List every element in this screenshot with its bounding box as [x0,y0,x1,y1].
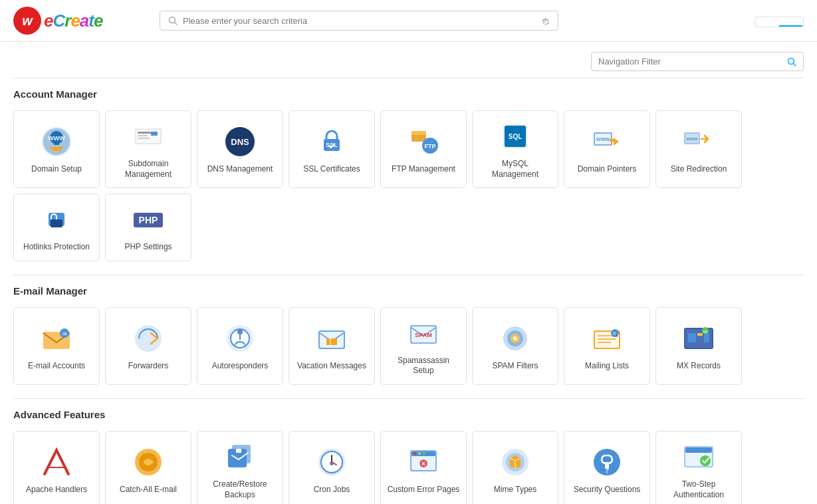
spamassassin-setup-icon: SPAM [406,316,441,350]
site-redirection-icon: WWW [681,124,716,159]
section-email-manager: E-mail Manager ✉ E-mail Accounts Forward… [0,279,817,395]
svg-text:SPAM: SPAM [415,332,431,338]
logo-oval: w [13,7,41,35]
icon-card-ftp-management[interactable]: FTP FTP Management [380,110,467,188]
domain-pointers-label: Domain Pointers [578,164,637,175]
two-step-authentication-label: Two-Step Authentication [661,479,736,500]
apache-handlers-label: Apache Handlers [26,485,87,495]
ssl-certificates-icon: SSL [314,124,349,159]
mailing-lists-icon: 🔍 [590,321,624,356]
svg-rect-77 [236,449,241,453]
catch-all-email-icon [131,445,166,479]
svg-line-1 [175,23,177,25]
domain-pointers-icon: WWW [590,124,624,159]
svg-rect-22 [411,131,426,135]
icon-card-ssl-certificates[interactable]: SSL SSL Certificates [289,110,375,188]
icon-grid-email-manager: ✉ E-mail Accounts Forwarders Autorespond… [13,307,804,385]
search-input[interactable] [183,16,534,26]
icon-card-mysql-management[interactable]: SQL MySQL Management [472,110,558,188]
icon-card-email-accounts[interactable]: ✉ E-mail Accounts [13,307,100,385]
icon-card-apache-handlers[interactable]: Apache Handlers [13,431,100,504]
spam-filters-icon [498,321,532,356]
domain-setup-label: Domain Setup [31,164,82,175]
spamassassin-setup-label: Spamassassin Setup [386,356,461,376]
svg-text:WWW: WWW [596,137,610,142]
spam-filters-label: SPAM Filters [492,361,538,372]
autoresponders-label: Autoresponders [212,361,269,372]
access-tabs [755,17,804,27]
two-step-authentication-icon [681,440,716,474]
svg-rect-35 [51,219,62,227]
nav-filter-input[interactable] [598,57,787,66]
autoresponders-icon [223,321,257,356]
svg-rect-13 [138,132,151,134]
icon-card-forwarders[interactable]: Forwarders [105,307,191,385]
icon-card-domain-pointers[interactable]: WWW Domain Pointers [564,110,650,188]
forwarders-icon [131,321,166,356]
icon-card-cron-jobs[interactable]: Cron Jobs [289,431,375,504]
nav-filter-row [0,42,817,74]
cron-jobs-icon [314,445,349,479]
icon-card-mailing-lists[interactable]: 🔍 Mailing Lists [564,307,650,385]
svg-rect-69 [704,333,709,342]
divider-advanced-features [13,398,804,399]
svg-rect-49 [326,338,337,345]
icon-card-create-restore-backups[interactable]: Create/Restore Backups [197,431,283,504]
vacation-messages-label: Vacation Messages [297,361,366,372]
subdomain-management-label: Subdomain Management [111,159,185,180]
svg-text:Wi: Wi [703,330,708,334]
section-title-account-manager: Account Manager [13,88,804,102]
svg-text:PHP: PHP [139,215,158,225]
divider-email-manager [13,275,804,275]
mailing-lists-label: Mailing Lists [585,361,629,372]
logo: w eCreate [13,7,133,35]
svg-text:FTP: FTP [425,143,436,150]
svg-rect-14 [138,135,148,136]
svg-rect-8 [50,147,63,149]
vacation-messages-icon [314,321,349,356]
section-title-advanced-features: Advanced Features [13,409,804,423]
email-accounts-icon: ✉ [39,321,74,356]
icon-card-spam-filters[interactable]: SPAM Filters [472,307,558,385]
forwarders-label: Forwarders [128,361,169,372]
icon-card-autoresponders[interactable]: Autoresponders [197,307,283,385]
mx-records-icon: Wi [681,321,716,356]
icon-card-two-step-authentication[interactable]: Two-Step Authentication [655,431,742,504]
tab-reseller[interactable] [755,17,779,27]
dns-management-icon: DNS [223,124,257,159]
icon-card-mx-records[interactable]: Wi MX Records [655,307,742,385]
icon-card-domain-setup[interactable]: WWW Domain Setup [13,110,100,188]
ftp-management-icon: FTP [406,124,441,159]
mysql-management-icon: SQL [498,119,532,154]
catch-all-email-label: Catch-All E-mail [120,485,177,495]
icon-card-catch-all-email[interactable]: Catch-All E-mail [105,431,191,504]
svg-rect-94 [605,462,609,465]
apache-handlers-icon [39,445,74,479]
icon-card-mime-types[interactable]: Mime Types [472,431,558,504]
sections-container: Account Manager WWW Domain Setup Subdoma… [0,78,817,504]
svg-point-84 [413,452,416,455]
create-restore-backups-icon [223,440,257,474]
ssl-certificates-label: SSL Certificates [303,164,360,175]
icon-card-php-settings[interactable]: PHP PHP Settings [105,193,191,261]
custom-error-pages-label: Custom Error Pages [388,485,460,495]
svg-point-45 [237,329,243,334]
ftp-management-label: FTP Management [392,164,455,175]
icon-card-hotlinks-protection[interactable]: Hotlinks Protection [13,193,100,261]
icon-card-spamassassin-setup[interactable]: SPAM Spamassassin Setup [380,307,467,385]
custom-error-pages-icon: × [406,445,441,479]
create-restore-backups-label: Create/Restore Backups [203,479,277,500]
svg-text:WWW: WWW [687,137,698,141]
icon-card-dns-management[interactable]: DNS DNS Management [197,110,283,188]
icon-card-vacation-messages[interactable]: Vacation Messages [289,307,375,385]
security-questions-icon: ? [590,445,624,479]
section-title-email-manager: E-mail Manager [13,285,804,299]
gear-icon[interactable] [539,15,550,26]
icon-card-security-questions[interactable]: ? Security Questions [564,431,650,504]
tab-user[interactable] [779,17,803,27]
icon-grid-advanced-features: Apache Handlers Catch-All E-mail Create/… [13,431,804,504]
icon-card-subdomain-management[interactable]: Subdomain Management [105,110,191,188]
icon-card-site-redirection[interactable]: WWW Site Redirection [655,110,742,188]
icon-card-custom-error-pages[interactable]: × Custom Error Pages [380,431,467,504]
site-redirection-label: Site Redirection [671,164,727,175]
